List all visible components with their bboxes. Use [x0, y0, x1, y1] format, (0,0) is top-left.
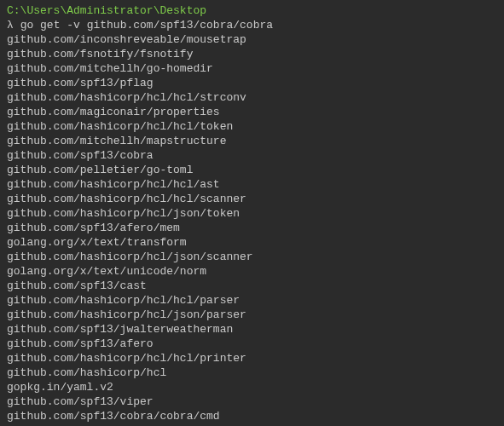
output-line: github.com/pelletier/go-toml [7, 163, 497, 177]
output-line: github.com/spf13/pflag [7, 76, 497, 90]
prompt-line: λ go get -v github.com/spf13/cobra/cobra [7, 18, 497, 32]
output-line: github.com/mitchellh/go-homedir [7, 61, 497, 76]
current-working-directory: C:\Users\Administrator\Desktop [7, 3, 497, 18]
output-line: github.com/spf13/cobra/cobra/cmd [7, 409, 497, 423]
output-line: golang.org/x/text/unicode/norm [7, 264, 497, 279]
output-line: github.com/mitchellh/mapstructure [7, 134, 497, 148]
output-line: github.com/spf13/afero/mem [7, 221, 497, 235]
output-line: github.com/hashicorp/hcl/hcl/ast [7, 177, 497, 192]
output-line: github.com/hashicorp/hcl/hcl/parser [7, 293, 497, 308]
output-line: github.com/spf13/cobra [7, 148, 497, 163]
output-line: gopkg.in/yaml.v2 [7, 380, 497, 394]
terminal-pane[interactable]: C:\Users\Administrator\Desktop λ go get … [7, 3, 497, 426]
output-line: github.com/magiconair/properties [7, 105, 497, 119]
output-line: github.com/hashicorp/hcl/hcl/strconv [7, 90, 497, 105]
output-line: github.com/spf13/cast [7, 279, 497, 293]
output-line: github.com/hashicorp/hcl/json/scanner [7, 250, 497, 264]
output-line: github.com/hashicorp/hcl/json/parser [7, 308, 497, 322]
output-line: github.com/hashicorp/hcl/json/token [7, 206, 497, 221]
output-line: github.com/hashicorp/hcl/hcl/scanner [7, 192, 497, 206]
output-line: github.com/inconshreveable/mousetrap [7, 32, 497, 47]
command-text: go get -v github.com/spf13/cobra/cobra [20, 19, 273, 32]
output-line: github.com/hashicorp/hcl [7, 366, 497, 380]
output-line: github.com/spf13/afero [7, 337, 497, 351]
output-line: golang.org/x/text/transform [7, 235, 497, 250]
output-line: github.com/hashicorp/hcl/hcl/printer [7, 351, 497, 366]
prompt-symbol: λ [7, 19, 14, 32]
output-line: github.com/hashicorp/hcl/hcl/token [7, 119, 497, 134]
output-line: github.com/spf13/jwalterweatherman [7, 322, 497, 337]
command-output: github.com/inconshreveable/mousetrapgith… [7, 32, 497, 426]
output-line: github.com/fsnotify/fsnotify [7, 47, 497, 61]
output-line: github.com/spf13/viper [7, 394, 497, 409]
